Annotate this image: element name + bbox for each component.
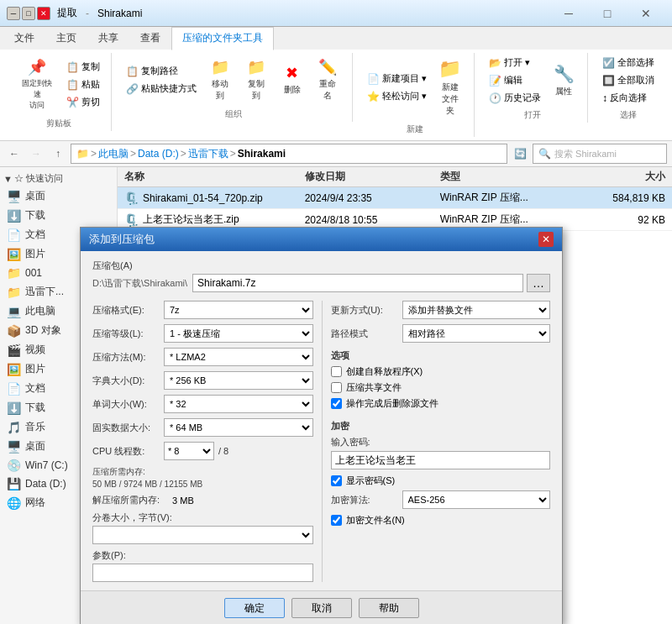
- algo-label: 加密算法:: [331, 494, 398, 506]
- update-label: 更新方式(U):: [331, 304, 398, 317]
- word-select[interactable]: * 32: [164, 395, 313, 413]
- dict-row: 字典大小(D): * 256 KB: [92, 371, 313, 390]
- solid-row: 固实数据大小: * 64 MB: [92, 418, 313, 437]
- unpack-mem-value: 3 MB: [172, 496, 194, 506]
- help-button[interactable]: 帮助: [359, 598, 419, 618]
- level-select[interactable]: 1 - 极速压缩: [164, 324, 313, 343]
- delete-row: 操作完成后删除源文件: [331, 397, 551, 410]
- dict-select[interactable]: * 256 KB: [164, 371, 313, 390]
- password-label: 输入密码:: [331, 436, 551, 448]
- level-label: 压缩等级(L):: [92, 328, 160, 340]
- mem-row: 压缩所需内存: 50 MB / 9724 MB / 12155 MB: [92, 465, 313, 490]
- unpack-mem-row: 解压缩所需内存: 3 MB: [92, 494, 313, 506]
- dialog-grid: 压缩格式(E): 7zziptarwim 压缩等级(L): 1 - 极速压缩 压…: [92, 301, 550, 582]
- algo-row: 加密算法: AES-256: [331, 490, 551, 509]
- selfext-label: 创建自释放程序(X): [346, 365, 423, 378]
- solid-label: 固实数据大小:: [92, 422, 160, 434]
- format-row: 压缩格式(E): 7zziptarwim: [92, 301, 313, 319]
- show-pwd-label: 显示密码(S): [346, 475, 396, 487]
- delete-label: 操作完成后删除源文件: [346, 397, 438, 410]
- path-mode-select[interactable]: 相对路径: [402, 324, 551, 343]
- cpu-row: CPU 线程数: * 8 / 8: [92, 442, 313, 460]
- options-header: 选项: [331, 349, 551, 362]
- word-row: 单词大小(W): * 32: [92, 395, 313, 413]
- ok-button[interactable]: 确定: [224, 598, 285, 618]
- update-row: 更新方式(U): 添加并替换文件添加并更新文件刷新文件同步文件: [331, 301, 551, 319]
- selfext-checkbox[interactable]: [331, 366, 342, 377]
- dialog-left-col: 压缩格式(E): 7zziptarwim 压缩等级(L): 1 - 极速压缩 压…: [92, 301, 322, 582]
- shared-checkbox[interactable]: [331, 382, 342, 393]
- archive-path-label: 压缩包(A): [92, 260, 550, 272]
- params-label: 参数(P):: [92, 549, 313, 562]
- cancel-button[interactable]: 取消: [291, 598, 352, 618]
- encrypt-names-label: 加密文件名(N): [346, 514, 405, 527]
- browse-button[interactable]: …: [527, 274, 550, 292]
- archive-path-row: D:\迅雷下载\Shirakami\ …: [92, 274, 550, 292]
- mem-value: 50 MB / 9724 MB / 12155 MB: [92, 478, 313, 490]
- show-pwd-checkbox[interactable]: [331, 475, 342, 486]
- encrypt-header: 加密: [331, 420, 551, 433]
- method-select[interactable]: * LZMA2: [164, 348, 313, 366]
- cpu-label: CPU 线程数:: [92, 445, 160, 458]
- level-row: 压缩等级(L): 1 - 极速压缩: [92, 324, 313, 343]
- dialog-title-text: 添加到压缩包: [89, 232, 155, 247]
- word-label: 单词大小(W):: [92, 398, 160, 411]
- archive-dialog: 添加到压缩包 ✕ 压缩包(A) D:\迅雷下载\Shirakami\ …: [80, 227, 563, 624]
- dict-label: 字典大小(D):: [92, 375, 160, 387]
- shared-label: 压缩共享文件: [346, 381, 402, 394]
- unpack-mem-label: 解压缩所需内存:: [92, 494, 160, 506]
- params-section: 参数(P):: [92, 549, 313, 582]
- delete-checkbox[interactable]: [331, 398, 342, 409]
- format-select[interactable]: 7zziptarwim: [164, 301, 313, 319]
- update-select[interactable]: 添加并替换文件添加并更新文件刷新文件同步文件: [402, 301, 551, 319]
- dialog-body: 压缩包(A) D:\迅雷下载\Shirakami\ … 压缩格式(E): 7zz…: [81, 251, 562, 590]
- split-select[interactable]: [92, 526, 313, 544]
- cpu-select[interactable]: * 8: [164, 442, 214, 460]
- explorer-window: ─ □ ✕ 提取 - Shirakami ─ □ ✕ 文件 主页 共享 查看 压…: [0, 0, 672, 624]
- show-pwd-row: 显示密码(S): [331, 475, 551, 487]
- cpu-total: / 8: [218, 446, 228, 456]
- dialog-right-col: 更新方式(U): 添加并替换文件添加并更新文件刷新文件同步文件 路径模式 相对路…: [322, 301, 551, 582]
- shared-row: 压缩共享文件: [331, 381, 551, 394]
- dialog-footer: 确定 取消 帮助: [81, 590, 562, 624]
- dialog-close-button[interactable]: ✕: [538, 232, 554, 247]
- method-label: 压缩方法(M):: [92, 351, 160, 364]
- encrypt-names-checkbox[interactable]: [331, 515, 342, 526]
- split-label: 分卷大小，字节(V):: [92, 511, 313, 524]
- dialog-overlay: 添加到压缩包 ✕ 压缩包(A) D:\迅雷下载\Shirakami\ …: [0, 0, 672, 624]
- mem-label: 压缩所需内存:: [92, 465, 313, 478]
- algo-select[interactable]: AES-256: [402, 490, 551, 509]
- password-input[interactable]: [331, 451, 551, 469]
- path-prefix: D:\迅雷下载\Shirakami\: [92, 277, 187, 290]
- format-label: 压缩格式(E):: [92, 304, 160, 317]
- dialog-title-bar: 添加到压缩包 ✕: [81, 228, 562, 251]
- split-section: 分卷大小，字节(V):: [92, 511, 313, 544]
- method-row: 压缩方法(M): * LZMA2: [92, 348, 313, 366]
- archive-name-input[interactable]: [192, 274, 523, 292]
- params-input[interactable]: [92, 564, 313, 582]
- path-mode-row: 路径模式 相对路径: [331, 324, 551, 343]
- solid-select[interactable]: * 64 MB: [164, 418, 313, 437]
- encrypt-names-row: 加密文件名(N): [331, 514, 551, 527]
- selfext-row: 创建自释放程序(X): [331, 365, 551, 378]
- path-mode-label: 路径模式: [331, 328, 398, 340]
